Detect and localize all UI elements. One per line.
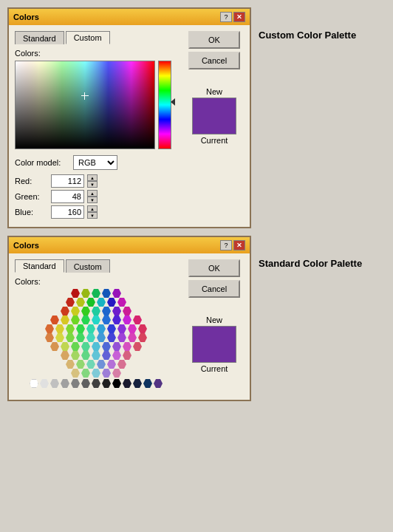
hex-cell[interactable] [50,342,61,351]
ok-button-2[interactable]: OK [188,259,240,277]
hex-cell[interactable] [81,316,92,324]
gray-cell[interactable] [133,379,143,388]
hex-cell[interactable] [71,342,81,351]
hex-cell[interactable] [92,289,102,298]
hex-cell[interactable] [128,333,138,342]
hex-cell[interactable] [123,351,133,360]
hex-cell[interactable] [45,333,55,342]
cancel-button-1[interactable]: Cancel [188,52,240,69]
hex-cell[interactable] [117,333,128,342]
hex-cell[interactable] [61,342,71,351]
hue-slider[interactable] [158,61,171,149]
hex-cell[interactable] [55,333,66,342]
hex-cell[interactable] [102,351,112,360]
hex-cell[interactable] [97,324,107,333]
hex-cell[interactable] [81,369,92,378]
hex-cell[interactable] [86,360,97,369]
hex-cell[interactable] [50,316,61,324]
ok-button-1[interactable]: OK [188,31,240,49]
hex-cell[interactable] [92,342,102,351]
gray-cell[interactable] [81,379,92,388]
tab-custom-1[interactable]: Custom [66,31,110,44]
green-spin-up[interactable]: ▲ [87,190,98,197]
hex-cell[interactable] [86,298,97,307]
hex-cell[interactable] [81,351,92,360]
gray-cell[interactable] [40,379,50,388]
hex-cell[interactable] [92,351,102,360]
red-input[interactable] [51,174,84,188]
hex-cell[interactable] [117,360,128,369]
hex-cell[interactable] [71,369,81,378]
tab-custom-2[interactable]: Custom [66,259,110,273]
hex-cell[interactable] [61,316,71,324]
hex-cell[interactable] [76,333,86,342]
hex-cell[interactable] [86,324,97,333]
hex-cell[interactable] [76,324,86,333]
hex-cell[interactable] [102,316,112,324]
hex-cell[interactable] [66,333,76,342]
hex-cell[interactable] [112,307,123,316]
gray-cell[interactable] [154,379,164,388]
gray-cell[interactable] [92,379,102,388]
hex-cell[interactable] [138,324,148,333]
hex-cell[interactable] [123,342,133,351]
hex-cell[interactable] [71,289,81,298]
hex-cell[interactable] [45,324,55,333]
tab-standard-1[interactable]: Standard [15,31,64,44]
hex-cell[interactable] [61,351,71,360]
help-button[interactable]: ? [220,12,232,22]
hex-cell[interactable] [76,360,86,369]
hex-cell[interactable] [71,351,81,360]
hex-cell[interactable] [66,360,76,369]
color-gradient[interactable] [15,61,155,149]
hex-cell[interactable] [71,307,81,316]
gray-cell[interactable] [123,379,133,388]
hex-cell[interactable] [107,298,117,307]
gray-cell[interactable] [112,379,123,388]
hex-cell[interactable] [81,289,92,298]
color-model-select[interactable]: RGB HSL [73,155,117,170]
hex-cell[interactable] [102,369,112,378]
hex-cell[interactable] [117,324,128,333]
hex-cell[interactable] [61,307,71,316]
hex-cell[interactable] [102,307,112,316]
green-input[interactable] [51,190,84,203]
hex-cell[interactable] [123,307,133,316]
red-spin-down[interactable]: ▼ [87,181,98,188]
gray-cell[interactable] [61,379,71,388]
hex-cell[interactable] [112,289,123,298]
hex-cell[interactable] [92,307,102,316]
hex-cell[interactable] [102,289,112,298]
tab-standard-2[interactable]: Standard [15,259,64,273]
gray-cell[interactable] [71,379,81,388]
help-button-2[interactable]: ? [220,240,232,250]
gray-cell[interactable] [50,379,61,388]
red-spin-up[interactable]: ▲ [87,174,98,181]
hex-cell[interactable] [112,369,123,378]
hex-cell[interactable] [81,307,92,316]
hex-cell[interactable] [123,316,133,324]
hex-cell[interactable] [112,342,123,351]
gray-cell[interactable] [30,379,40,388]
hex-cell[interactable] [86,333,97,342]
hex-cell[interactable] [97,333,107,342]
hex-cell[interactable] [102,342,112,351]
cancel-button-2[interactable]: Cancel [188,280,240,298]
hex-cell[interactable] [66,324,76,333]
hex-cell[interactable] [128,324,138,333]
hex-cell[interactable] [55,324,66,333]
hex-cell[interactable] [107,333,117,342]
hex-cell[interactable] [71,316,81,324]
hex-cell[interactable] [133,316,143,324]
hex-cell[interactable] [92,369,102,378]
hex-cell[interactable] [97,360,107,369]
hex-cell[interactable] [66,298,76,307]
hex-cell[interactable] [81,342,92,351]
close-button-2[interactable]: ✕ [233,240,245,250]
blue-spin-up[interactable]: ▲ [87,205,98,212]
blue-spin-down[interactable]: ▼ [87,212,98,219]
hex-cell[interactable] [112,351,123,360]
hex-cell[interactable] [112,316,123,324]
hex-cell[interactable] [76,298,86,307]
hex-cell[interactable] [92,316,102,324]
